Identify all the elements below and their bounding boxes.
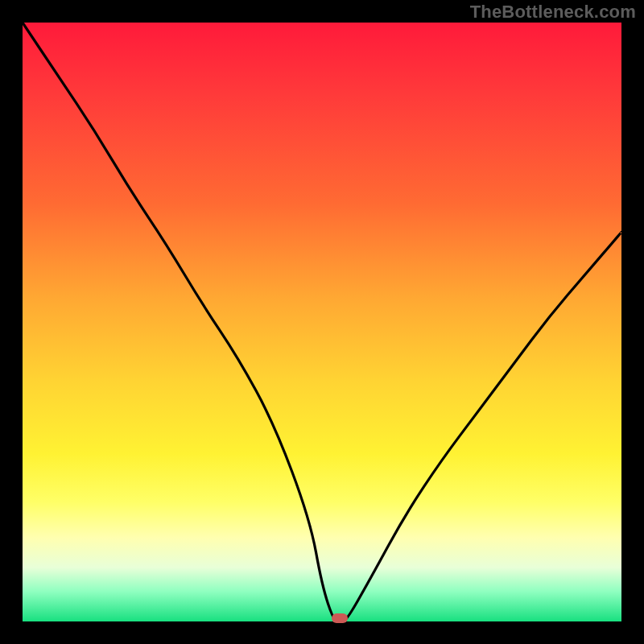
curve-path: [23, 23, 621, 621]
chart-plot-area: [23, 23, 621, 621]
watermark-text: TheBottleneck.com: [470, 2, 636, 23]
minimum-marker: [332, 613, 348, 623]
chart-frame: TheBottleneck.com: [0, 0, 644, 644]
bottleneck-curve: [23, 23, 621, 621]
